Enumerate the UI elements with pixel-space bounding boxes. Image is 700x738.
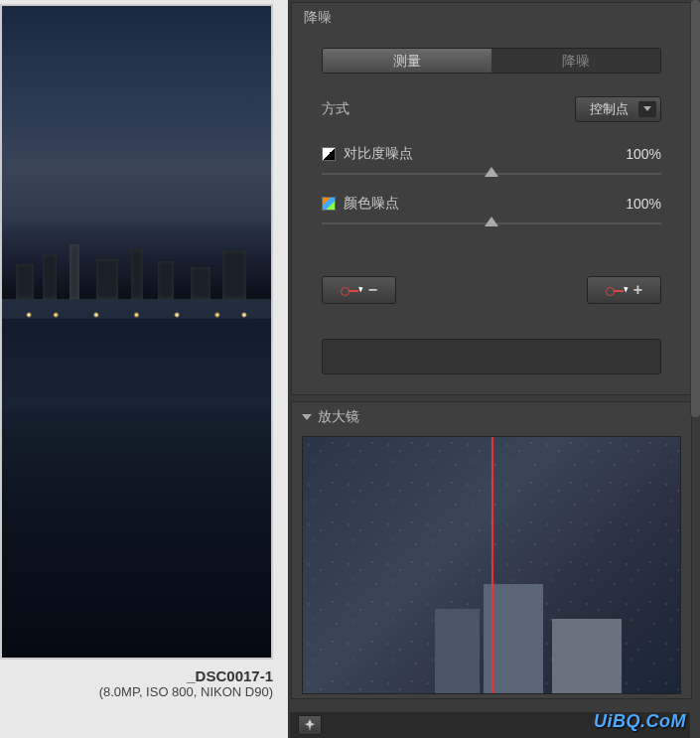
minus-icon: −	[368, 281, 377, 299]
key-cursor-icon	[341, 285, 360, 295]
image-info: _DSC0017-1 (8.0MP, ISO 800, NIKON D90)	[0, 660, 288, 699]
key-cursor-icon	[606, 285, 626, 295]
tab-denoise[interactable]: 降噪	[491, 49, 660, 73]
pin-icon	[305, 719, 315, 731]
color-slider-track[interactable]	[322, 217, 661, 230]
contrast-noise-label: 对比度噪点	[344, 145, 413, 163]
magnifier-header[interactable]: 放大镜	[292, 402, 691, 432]
dropdown-arrow-icon	[638, 101, 656, 117]
slider-thumb-icon[interactable]	[485, 217, 498, 226]
noise-panel-title: 降噪	[304, 9, 332, 27]
scrollbar-vertical[interactable]	[690, 0, 700, 417]
right-controls-panel: 降噪 测量 降噪 方式 控制点 对比度噪点	[288, 0, 700, 738]
comparison-split-line[interactable]	[491, 437, 493, 693]
noise-reduction-panel: 降噪 测量 降噪 方式 控制点 对比度噪点	[291, 2, 692, 395]
image-metadata: (8.0MP, ISO 800, NIKON D90)	[0, 684, 273, 699]
control-points-list[interactable]	[322, 339, 661, 374]
magnifier-preview[interactable]	[302, 436, 681, 694]
method-label: 方式	[322, 100, 350, 118]
color-noise-slider: 颜色噪点 100%	[292, 187, 691, 236]
image-filename: _DSC0017-1	[0, 667, 273, 684]
method-dropdown-value: 控制点	[590, 100, 629, 118]
magnifier-title: 放大镜	[318, 408, 359, 426]
pin-button[interactable]	[298, 715, 322, 735]
method-row: 方式 控制点	[292, 88, 691, 137]
contrast-slider-track[interactable]	[322, 167, 661, 181]
contrast-noise-slider: 对比度噪点 100%	[292, 137, 691, 187]
slider-thumb-icon[interactable]	[485, 167, 498, 177]
add-control-point-button[interactable]: +	[587, 276, 661, 304]
control-point-buttons: − +	[292, 236, 691, 324]
method-dropdown[interactable]: 控制点	[575, 96, 661, 122]
magnifier-panel: 放大镜	[291, 401, 692, 699]
contrast-icon	[322, 147, 336, 161]
color-noise-label: 颜色噪点	[344, 195, 399, 213]
color-icon	[322, 197, 336, 211]
remove-control-point-button[interactable]: −	[322, 276, 396, 304]
tab-measure[interactable]: 测量	[323, 49, 491, 73]
left-image-panel: _DSC0017-1 (8.0MP, ISO 800, NIKON D90)	[0, 0, 288, 738]
contrast-noise-value: 100%	[626, 146, 661, 162]
color-noise-value: 100%	[626, 196, 661, 212]
collapse-icon	[302, 414, 312, 420]
plus-icon: +	[633, 281, 642, 299]
main-image-preview[interactable]	[0, 4, 273, 660]
noise-panel-header: 降噪	[292, 3, 691, 33]
watermark: UiBQ.CoM	[594, 711, 686, 732]
noise-tab-bar: 测量 降噪	[322, 48, 661, 74]
